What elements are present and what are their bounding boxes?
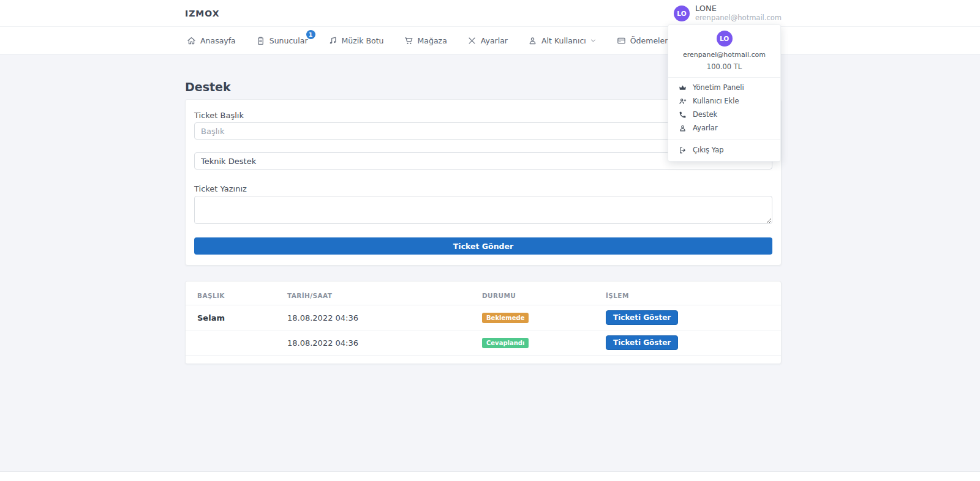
user-menu-item[interactable]: Kullanıcı Ekle bbox=[668, 94, 780, 108]
col-datetime: TARİH/SAAT bbox=[276, 288, 470, 305]
nav-item[interactable]: Anasayfa bbox=[185, 27, 238, 54]
ticket-row: Selam 18.08.2022 04:36 Beklemede Ticketi… bbox=[186, 305, 781, 330]
ticket-message-label: Ticket Yazınız bbox=[194, 184, 772, 193]
show-ticket-button[interactable]: Ticketi Göster bbox=[606, 310, 678, 325]
user-plus-icon bbox=[679, 97, 687, 105]
avatar: LO bbox=[717, 31, 733, 47]
ticket-datetime: 18.08.2022 04:36 bbox=[276, 330, 470, 356]
col-title: BAŞLIK bbox=[186, 288, 276, 305]
logout-icon bbox=[679, 146, 687, 154]
home-icon bbox=[187, 36, 196, 45]
menu-divider bbox=[668, 139, 780, 140]
avatar: LO bbox=[674, 6, 690, 21]
show-ticket-button[interactable]: Ticketi Göster bbox=[606, 335, 678, 350]
ticket-title: Selam bbox=[186, 305, 276, 330]
ticket-message-input[interactable] bbox=[194, 196, 772, 224]
nav-item[interactable]: Mağaza bbox=[402, 27, 449, 54]
tickets-table: BAŞLIK TARİH/SAAT DURUMU İŞLEM Selam 18.… bbox=[186, 288, 781, 356]
tickets-table-card: BAŞLIK TARİH/SAAT DURUMU İŞLEM Selam 18.… bbox=[185, 281, 782, 364]
dropdown-user-email: erenpanel@hotmail.com bbox=[668, 51, 780, 59]
top-header: IZMOX LO LONE erenpanel@hotmail.com bbox=[0, 0, 980, 27]
col-status: DURUMU bbox=[470, 288, 594, 305]
main-nav: Anasayfa Sunucular 1 Müzik Botu Mağaza bbox=[0, 27, 980, 54]
cart-icon bbox=[404, 36, 413, 45]
ticket-datetime: 18.08.2022 04:36 bbox=[276, 305, 470, 330]
user-menu-item[interactable]: Destek bbox=[668, 108, 780, 121]
chevron-down-icon bbox=[590, 37, 597, 44]
user-icon bbox=[528, 36, 537, 45]
user-menu-trigger[interactable]: LO LONE erenpanel@hotmail.com bbox=[674, 4, 782, 23]
ticket-title bbox=[186, 330, 276, 356]
user-dropdown-menu: LO erenpanel@hotmail.com 100.00 TL Yönet… bbox=[668, 24, 781, 162]
nav-item[interactable]: Ayarlar bbox=[466, 27, 510, 54]
user-email: erenpanel@hotmail.com bbox=[695, 13, 782, 22]
status-badge: Beklemede bbox=[482, 313, 529, 323]
user-name: LONE bbox=[695, 4, 782, 13]
user-menu-item[interactable]: Yönetim Paneli bbox=[668, 81, 780, 94]
crown-icon bbox=[679, 84, 687, 92]
user-balance: 100.00 TL bbox=[668, 62, 780, 71]
nav-item[interactable]: Sunucular 1 bbox=[254, 27, 310, 54]
credit-card-icon bbox=[617, 36, 626, 45]
app-logo[interactable]: IZMOX bbox=[185, 9, 220, 18]
music-note-icon bbox=[328, 36, 337, 45]
tools-icon bbox=[467, 36, 477, 45]
phone-icon bbox=[679, 111, 687, 119]
nav-item[interactable]: Müzik Botu bbox=[326, 27, 386, 54]
col-action: İŞLEM bbox=[594, 288, 781, 305]
nav-item[interactable]: Alt Kullanıcı bbox=[526, 27, 598, 54]
ticket-row: 18.08.2022 04:36 Cevaplandı Ticketi Göst… bbox=[186, 330, 781, 356]
status-badge: Cevaplandı bbox=[482, 338, 529, 348]
clipboard-icon bbox=[256, 36, 265, 45]
page-content: Destek Ticket Başlık Teknik Destek Ticke… bbox=[0, 54, 980, 472]
user-icon bbox=[679, 124, 687, 132]
send-ticket-button[interactable]: Ticket Gönder bbox=[194, 237, 772, 255]
logout-menu-item[interactable]: Çıkış Yap bbox=[668, 143, 780, 157]
dropdown-user-summary: LO erenpanel@hotmail.com 100.00 TL bbox=[668, 31, 780, 78]
table-header-row: BAŞLIK TARİH/SAAT DURUMU İŞLEM bbox=[186, 288, 781, 305]
notification-count-badge: 1 bbox=[306, 30, 315, 39]
user-menu-item[interactable]: Ayarlar bbox=[668, 121, 780, 135]
